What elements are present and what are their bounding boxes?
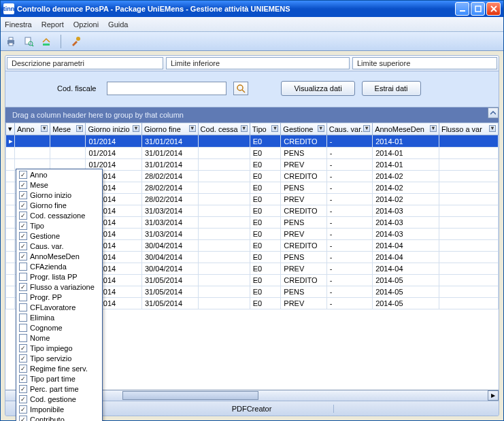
lookup-button[interactable] <box>233 82 248 95</box>
close-button[interactable] <box>486 2 501 16</box>
column-header-mese[interactable]: Mese▼ <box>50 123 86 135</box>
column-chooser-item[interactable]: ✓Imponibile <box>16 404 102 414</box>
maximize-icon <box>475 5 482 12</box>
column-chooser-item[interactable]: ✓Progr. lista PP <box>16 271 102 282</box>
scroll-up-button[interactable] <box>488 107 499 118</box>
cell-annoMeseDen: 2014-02 <box>373 182 439 194</box>
column-chooser-item[interactable]: ✓Tipo impiego <box>16 343 102 353</box>
column-filter-dropdown-icon[interactable]: ▼ <box>241 125 248 132</box>
column-chooser-item[interactable]: ✓CFAzienda <box>16 261 102 271</box>
column-chooser-item[interactable]: ✓Tipo <box>16 220 102 231</box>
column-chooser-item[interactable]: ✓Progr. PP <box>16 292 102 302</box>
checkbox-icon[interactable]: ✓ <box>19 242 27 250</box>
column-chooser-item[interactable]: ✓Anno <box>16 169 102 180</box>
checkbox-icon[interactable]: ✓ <box>19 324 27 332</box>
column-chooser-item[interactable]: ✓Perc. part time <box>16 384 102 394</box>
checkbox-icon[interactable]: ✓ <box>19 232 27 240</box>
maximize-button[interactable] <box>471 2 485 16</box>
checkbox-icon[interactable]: ✓ <box>19 314 27 322</box>
checkbox-icon[interactable]: ✓ <box>19 375 27 383</box>
column-header-_sel[interactable]: ▾ <box>6 123 15 135</box>
checkbox-icon[interactable]: ✓ <box>19 293 27 301</box>
checkbox-icon[interactable]: ✓ <box>19 344 27 352</box>
scroll-right-button[interactable]: ▶ <box>488 390 499 401</box>
visualizza-dati-button[interactable]: Visualizza dati <box>281 81 354 96</box>
column-chooser-item[interactable]: ✓Giorno fine <box>16 200 102 210</box>
checkbox-icon[interactable]: ✓ <box>19 303 27 311</box>
column-chooser-item[interactable]: ✓Tipo part time <box>16 373 102 384</box>
checkbox-icon[interactable]: ✓ <box>19 273 27 281</box>
column-header-causVar[interactable]: Caus. var.▼ <box>326 123 372 135</box>
cod-fiscale-input[interactable] <box>107 82 226 95</box>
checkbox-icon[interactable]: ✓ <box>19 252 27 260</box>
checkbox-icon[interactable]: ✓ <box>19 416 27 422</box>
column-header-gestione[interactable]: Gestione▼ <box>281 123 326 135</box>
column-filter-dropdown-icon[interactable]: ▼ <box>489 125 496 132</box>
menu-finestra[interactable]: Finestra <box>5 20 32 29</box>
tools-icon[interactable] <box>69 35 82 48</box>
column-chooser-item[interactable]: ✓Gestione <box>16 231 102 241</box>
menu-guida[interactable]: Guida <box>108 20 128 29</box>
cell-gestione: PREV <box>281 263 326 275</box>
checkbox-icon[interactable]: ✓ <box>19 181 27 189</box>
column-chooser-item[interactable]: ✓Caus. var. <box>16 241 102 251</box>
cell-giornoInizio: 01/2014 <box>86 135 142 148</box>
cell-flussoVar <box>439 171 498 182</box>
menu-report[interactable]: Report <box>41 20 64 29</box>
column-chooser-item[interactable]: ✓AnnoMeseDen <box>16 251 102 261</box>
cell-_sel <box>6 148 15 159</box>
checkbox-icon[interactable]: ✓ <box>19 395 27 403</box>
column-header-giornoFine[interactable]: Giorno fine▼ <box>141 123 198 135</box>
menu-opzioni[interactable]: Opzioni <box>73 20 99 29</box>
checkbox-icon[interactable]: ✓ <box>19 385 27 393</box>
checkbox-icon[interactable]: ✓ <box>19 212 27 220</box>
column-chooser-item[interactable]: ✓Mese <box>16 180 102 190</box>
column-chooser-item[interactable]: ✓Flusso a variazione <box>16 282 102 292</box>
column-chooser-item[interactable]: ✓Cod. cessazione <box>16 210 102 220</box>
checkbox-icon[interactable]: ✓ <box>19 263 27 271</box>
checkbox-icon[interactable]: ✓ <box>19 171 27 179</box>
column-chooser-item[interactable]: ✓Giorno inizio <box>16 190 102 200</box>
checkbox-icon[interactable]: ✓ <box>19 405 27 414</box>
column-header-annoMeseDen[interactable]: AnnoMeseDen▼ <box>373 123 439 135</box>
column-chooser-item[interactable]: ✓Tipo servizio <box>16 353 102 363</box>
column-header-flussoVar[interactable]: Flusso a var▼ <box>439 123 498 135</box>
table-row[interactable]: ▸01/201431/01/2014E0CREDITO-2014-01 <box>6 135 499 148</box>
column-filter-dropdown-icon[interactable]: ▼ <box>318 125 324 132</box>
column-filter-dropdown-icon[interactable]: ▼ <box>133 125 139 132</box>
column-filter-dropdown-icon[interactable]: ▼ <box>76 125 83 132</box>
column-chooser-item[interactable]: ✓Elimina <box>16 312 102 322</box>
estrai-dati-button[interactable]: Estrai dati <box>362 81 421 96</box>
checkbox-icon[interactable]: ✓ <box>19 201 27 209</box>
export-icon[interactable] <box>40 35 52 48</box>
checkbox-icon[interactable]: ✓ <box>19 191 27 199</box>
column-chooser-item[interactable]: ✓Contributo <box>16 414 102 421</box>
checkbox-icon[interactable]: ✓ <box>19 354 27 363</box>
column-header-tipo[interactable]: Tipo▼ <box>250 123 281 135</box>
checkbox-icon[interactable]: ✓ <box>19 334 27 342</box>
column-filter-dropdown-icon[interactable]: ▼ <box>363 125 370 132</box>
column-chooser-icon[interactable]: ▾ <box>8 124 12 133</box>
column-chooser-item[interactable]: ✓Regime fine serv. <box>16 363 102 373</box>
checkbox-icon[interactable]: ✓ <box>19 222 27 230</box>
column-chooser-item[interactable]: ✓Cod. gestione <box>16 394 102 404</box>
scrollbar-thumb[interactable] <box>122 391 258 400</box>
column-chooser-item[interactable]: ✓CFLavoratore <box>16 302 102 312</box>
column-filter-dropdown-icon[interactable]: ▼ <box>189 125 196 132</box>
column-chooser-popup[interactable]: ✓Anno✓Mese✓Giorno inizio✓Giorno fine✓Cod… <box>16 169 103 421</box>
group-by-bar[interactable]: Drag a column header here to group by th… <box>5 107 499 122</box>
column-chooser-item[interactable]: ✓Cognome <box>16 322 102 333</box>
print-preview-icon[interactable] <box>22 35 35 48</box>
checkbox-icon[interactable]: ✓ <box>19 283 27 291</box>
column-chooser-item[interactable]: ✓Nome <box>16 333 102 343</box>
minimize-button[interactable] <box>455 2 469 16</box>
column-filter-dropdown-icon[interactable]: ▼ <box>430 125 437 132</box>
column-filter-dropdown-icon[interactable]: ▼ <box>41 125 48 132</box>
column-header-giornoInizio[interactable]: Giorno inizio▼ <box>86 123 142 135</box>
table-row[interactable]: 01/201431/01/2014E0PENS-2014-01 <box>6 148 499 159</box>
print-icon[interactable] <box>5 35 17 48</box>
column-filter-dropdown-icon[interactable]: ▼ <box>271 125 278 132</box>
column-header-anno[interactable]: Anno▼ <box>15 123 50 135</box>
column-header-codCessa[interactable]: Cod. cessa▼ <box>198 123 250 135</box>
checkbox-icon[interactable]: ✓ <box>19 365 27 373</box>
